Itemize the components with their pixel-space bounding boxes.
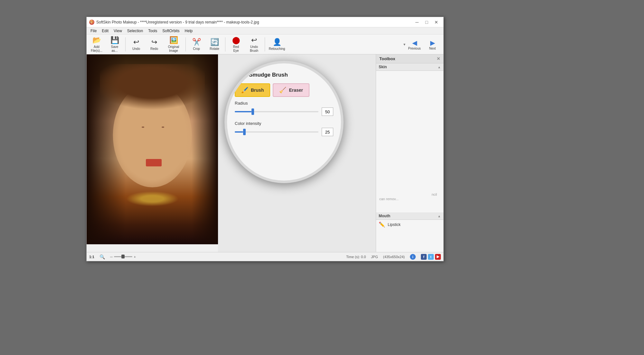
close-button[interactable]: ✕ bbox=[432, 19, 441, 26]
rotate-button[interactable]: 🔄 Rotate bbox=[206, 35, 223, 53]
toolbar: 📂 AddFile(s)... 💾 Saveas... ↩ Undo ↪ Red… bbox=[87, 34, 443, 54]
zoom-level: 1:1 bbox=[89, 255, 94, 259]
menu-edit[interactable]: Edit bbox=[99, 28, 111, 34]
eraser-label: Eraser bbox=[289, 88, 303, 93]
menu-file[interactable]: File bbox=[88, 28, 99, 34]
color-intensity-label: Color intensity bbox=[235, 121, 333, 126]
undo-icon: ↩ bbox=[133, 38, 139, 46]
brush-label: Brush bbox=[251, 88, 264, 93]
color-intensity-slider-row: 25 bbox=[235, 128, 333, 136]
social-icons: f t ▶ bbox=[421, 254, 441, 260]
color-intensity-slider-track[interactable] bbox=[235, 131, 318, 133]
back-icon: ◀ bbox=[238, 72, 242, 78]
smudge-tool-buttons: 🖌️ Brush 🧹 Eraser bbox=[235, 83, 333, 101]
radius-value[interactable]: 50 bbox=[322, 107, 333, 116]
time-value: 0.0 bbox=[361, 255, 366, 259]
lipstick-item[interactable]: ✏️ Lipstick bbox=[376, 220, 443, 229]
save-as-button[interactable]: 💾 Saveas... bbox=[106, 35, 123, 53]
menu-softorbits[interactable]: SoftOrbits bbox=[160, 28, 182, 34]
add-files-label: AddFile(s)... bbox=[91, 45, 102, 53]
zoom-slider-thumb[interactable] bbox=[121, 255, 125, 258]
smudge-brush-popup: ◀ Smudge Brush 🖌️ Brush 🧹 Eraser bbox=[224, 61, 344, 183]
image-dimensions: (435x650x24) bbox=[383, 255, 405, 259]
radius-group: Radius 50 bbox=[235, 101, 333, 116]
eraser-tool-button[interactable]: 🧹 Eraser bbox=[273, 83, 309, 97]
color-intensity-group: Color intensity 25 bbox=[235, 121, 333, 136]
next-label: Next bbox=[429, 47, 436, 50]
lipstick-label: Lipstick bbox=[388, 222, 401, 227]
toolbox-header: Toolbox ✕ bbox=[376, 54, 443, 63]
next-button[interactable]: ▶ Next bbox=[424, 35, 441, 53]
toolbox-close-icon[interactable]: ✕ bbox=[437, 56, 440, 61]
title-bar: 🎨 SoftSkin Photo Makeup - ****Unregister… bbox=[87, 17, 443, 27]
content-area: Toolbox ✕ Skin ▲ ncil can remov... Mouth bbox=[87, 54, 443, 252]
eraser-icon: 🧹 bbox=[279, 87, 286, 94]
brush-icon: 🖌️ bbox=[241, 87, 248, 94]
maximize-button[interactable]: □ bbox=[422, 19, 431, 26]
pen-remove-hint: ncil bbox=[431, 192, 437, 196]
menu-tools[interactable]: Tools bbox=[146, 28, 160, 34]
red-eye-button[interactable]: ⬤ RedEye bbox=[227, 35, 245, 53]
crop-button[interactable]: ✂️ Crop bbox=[188, 35, 205, 53]
original-image-label: OriginalImage bbox=[168, 45, 179, 53]
lipstick-icon: ✏️ bbox=[379, 221, 385, 228]
color-intensity-slider-thumb[interactable] bbox=[243, 129, 246, 135]
toolbox-panel: Toolbox ✕ Skin ▲ ncil can remov... Mouth bbox=[376, 54, 443, 252]
menu-help[interactable]: Help bbox=[182, 28, 195, 34]
minimize-button[interactable]: ─ bbox=[412, 19, 421, 26]
previous-button[interactable]: ◀ Previous bbox=[406, 35, 423, 53]
undo-brush-icon: ↩ bbox=[251, 36, 257, 44]
smudge-brush-title: Smudge Brush bbox=[249, 72, 288, 78]
back-button[interactable]: ◀ bbox=[235, 70, 245, 80]
navigation-area: ◀ Previous ▶ Next bbox=[403, 34, 443, 54]
toolbox-section-mouth[interactable]: Mouth ▲ bbox=[376, 212, 443, 220]
skin-section-arrow: ▲ bbox=[438, 65, 441, 69]
red-eye-label: RedEye bbox=[233, 45, 239, 53]
menu-selection[interactable]: Selection bbox=[125, 28, 146, 34]
smudge-brush-header: ◀ Smudge Brush bbox=[235, 70, 333, 83]
crop-icon: ✂️ bbox=[192, 38, 201, 46]
toolbox-section-skin[interactable]: Skin ▲ bbox=[376, 63, 443, 71]
red-eye-icon: ⬤ bbox=[232, 36, 240, 44]
add-files-button[interactable]: 📂 AddFile(s)... bbox=[88, 35, 105, 53]
color-intensity-value[interactable]: 25 bbox=[322, 128, 333, 136]
undo-brush-label: UndoBrush bbox=[250, 45, 258, 53]
title-controls: ─ □ ✕ bbox=[412, 19, 441, 26]
color-intensity-slider-fill bbox=[235, 131, 243, 133]
undo-label: Undo bbox=[132, 47, 140, 51]
original-image-button[interactable]: 🖼️ OriginalImage bbox=[164, 35, 184, 53]
original-image-icon: 🖼️ bbox=[169, 36, 178, 44]
radius-slider-track[interactable] bbox=[235, 111, 318, 112]
brush-tool-button[interactable]: 🖌️ Brush bbox=[235, 83, 270, 97]
mouth-section-arrow: ▲ bbox=[438, 214, 441, 218]
can-remove-hint: can remov... bbox=[379, 197, 399, 201]
youtube-icon[interactable]: ▶ bbox=[435, 254, 441, 260]
toolbox-title: Toolbox bbox=[379, 56, 395, 61]
next-icon: ▶ bbox=[430, 39, 435, 47]
time-key: Time (s): bbox=[346, 255, 360, 259]
radius-slider-thumb[interactable] bbox=[251, 108, 254, 115]
previous-icon: ◀ bbox=[412, 39, 417, 47]
info-icon[interactable]: i bbox=[410, 254, 416, 260]
separator-1 bbox=[125, 37, 126, 51]
main-window: 🎨 SoftSkin Photo Makeup - ****Unregister… bbox=[86, 17, 444, 261]
previous-label: Previous bbox=[408, 47, 421, 50]
save-as-icon: 💾 bbox=[110, 36, 119, 44]
zoom-icon: 🔍 bbox=[99, 254, 105, 259]
zoom-minus-icon[interactable]: ─ bbox=[110, 255, 113, 259]
app-icon: 🎨 bbox=[89, 20, 94, 25]
save-as-label: Saveas... bbox=[111, 45, 118, 53]
zoom-slider-track[interactable] bbox=[114, 256, 133, 257]
retouching-button[interactable]: 👤 Retouching bbox=[267, 35, 287, 53]
menu-view[interactable]: View bbox=[111, 28, 125, 34]
crop-label: Crop bbox=[193, 47, 200, 51]
facebook-icon[interactable]: f bbox=[421, 254, 427, 260]
zoom-slider-area: ─ + bbox=[110, 255, 136, 259]
zoom-plus-icon[interactable]: + bbox=[134, 255, 136, 259]
redo-button[interactable]: ↪ Redo bbox=[146, 35, 163, 53]
twitter-icon[interactable]: t bbox=[428, 254, 434, 260]
undo-brush-button[interactable]: ↩ UndoBrush bbox=[245, 35, 263, 53]
undo-button[interactable]: ↩ Undo bbox=[128, 35, 145, 53]
radius-slider-row: 50 bbox=[235, 107, 333, 116]
separator-4 bbox=[265, 37, 265, 51]
